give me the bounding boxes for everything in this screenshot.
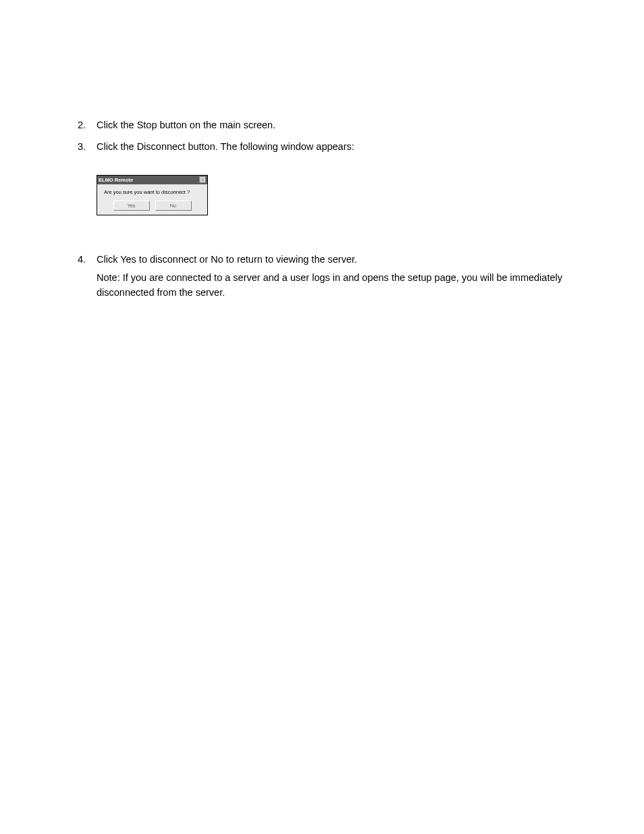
dialog-message: Are you sure you want to disconnect ?: [101, 189, 203, 195]
no-button[interactable]: No: [155, 201, 192, 211]
step-body: Click Yes to disconnect or No to return …: [97, 253, 593, 301]
dialog-button-row: Yes No: [101, 201, 203, 211]
dialog-title: ELMO Remote: [99, 177, 133, 183]
step-2: 2. Click the Stop button on the main scr…: [78, 118, 593, 133]
step-note: Note: If you are connected to a server a…: [97, 271, 593, 301]
step-3: 3. Click the Disconnect button. The foll…: [78, 140, 593, 155]
elmo-remote-dialog: ELMO Remote × Are you sure you want to d…: [97, 175, 208, 215]
step-4: 4. Click Yes to disconnect or No to retu…: [78, 253, 593, 301]
close-icon[interactable]: ×: [199, 176, 206, 183]
dialog-titlebar: ELMO Remote ×: [97, 176, 207, 184]
step-number: 3.: [78, 140, 97, 155]
dialog-screenshot: ELMO Remote × Are you sure you want to d…: [97, 175, 593, 215]
step-text: Click Yes to disconnect or No to return …: [97, 253, 593, 267]
step-text: Click the Stop button on the main screen…: [97, 118, 593, 133]
step-text: Click the Disconnect button. The followi…: [97, 140, 593, 155]
step-number: 4.: [78, 253, 97, 301]
yes-button[interactable]: Yes: [113, 201, 150, 211]
step-number: 2.: [78, 118, 97, 133]
dialog-body: Are you sure you want to disconnect ? Ye…: [97, 184, 207, 215]
